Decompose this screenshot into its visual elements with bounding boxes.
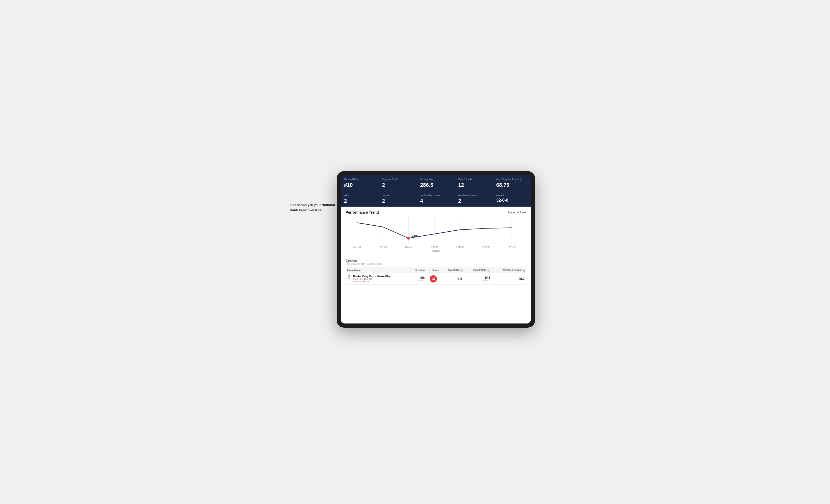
stat-record-value: 32-8-0 bbox=[496, 198, 528, 203]
stat-regional-rank-value: 2 bbox=[382, 182, 414, 188]
events-title: Events bbox=[346, 259, 526, 263]
event-name: Buster Cozy Cup - Stroke Play bbox=[353, 275, 391, 278]
scene: This shows you your National Rank trend … bbox=[290, 171, 540, 333]
svg-text:DEC 23: DEC 23 bbox=[405, 245, 413, 248]
stats-divider bbox=[341, 191, 531, 191]
col-score: Score bbox=[426, 267, 441, 273]
svg-text:#10: #10 bbox=[412, 235, 417, 238]
stat-record: Record 32-8-0 bbox=[493, 192, 531, 207]
stat-scoring-avg-value: 286.5 bbox=[420, 182, 452, 188]
annotation-text-after: trend over time bbox=[298, 208, 322, 212]
chart-svg: #10 OCT 23 NOV 23 DEC 23 JAN 24 FEB 24 M… bbox=[346, 217, 526, 248]
stat-match-play: Match Play Events 2 bbox=[455, 192, 493, 207]
event-weighted-points: 28.3 bbox=[519, 277, 524, 281]
event-total-points-rounds: 3 Rounds bbox=[466, 279, 490, 281]
col-position: Position bbox=[409, 267, 426, 273]
rank-impact-chevron-icon: ▼ bbox=[368, 280, 370, 282]
event-position: 6th bbox=[411, 276, 425, 279]
stat-wins: Wins 2 bbox=[341, 192, 379, 207]
svg-text:NOV 23: NOV 23 bbox=[379, 245, 387, 248]
event-sg-cell: 0.45 bbox=[441, 273, 464, 284]
stat-avg-weighted: Avg. Weighted Points i 68.75 bbox=[493, 175, 531, 191]
stats-grid: National Rank #10 Regional Rank 2 Scorin… bbox=[341, 175, 531, 207]
stat-national-rank-value: #10 bbox=[344, 182, 376, 188]
event-rank-impact: Rank Impact: 3 ▼ bbox=[353, 280, 391, 282]
performance-trend-title: Performance Trend bbox=[346, 210, 379, 214]
stat-wins-value: 2 bbox=[344, 198, 376, 204]
stat-regional-rank: Regional Rank 2 bbox=[379, 175, 417, 191]
total-points-info-icon: i bbox=[487, 269, 490, 272]
stat-record-label: Record bbox=[496, 194, 528, 197]
events-table: Event Name Position Score Event SG i Tot… bbox=[346, 267, 526, 284]
col-event-sg: Event SG i bbox=[441, 267, 464, 273]
chart-x-label: Months bbox=[346, 249, 526, 252]
event-total-points: 28.3 bbox=[466, 276, 490, 279]
performance-trend-meta: National Rank bbox=[508, 211, 526, 214]
event-date: Oct 9 - Oct 10, 2023 bbox=[353, 278, 391, 280]
stat-match-play-label: Match Play Events bbox=[458, 194, 490, 197]
event-score-cell: -22 bbox=[426, 273, 441, 284]
tablet: National Rank #10 Regional Rank 2 Scorin… bbox=[337, 171, 535, 328]
svg-text:OCT 23: OCT 23 bbox=[353, 245, 361, 248]
main-content: Performance Trend National Rank bbox=[341, 207, 531, 324]
stat-wins-label: Wins bbox=[344, 194, 376, 197]
event-sg-info-icon: i bbox=[460, 269, 462, 272]
stat-stroke-play-label: Stroke Play Events bbox=[420, 194, 452, 197]
stat-top3s-label: Top 3s bbox=[382, 194, 414, 197]
weighted-points-info-icon: i bbox=[522, 269, 524, 272]
avg-weighted-info-icon: i bbox=[520, 178, 522, 181]
event-position-cell: 6th out of 7 bbox=[409, 273, 426, 284]
event-icon: 🏌 bbox=[347, 275, 352, 279]
svg-text:JAN 24: JAN 24 bbox=[430, 245, 438, 248]
event-position-sub: out of 7 bbox=[411, 279, 425, 281]
stat-regional-rank-label: Regional Rank bbox=[382, 178, 414, 181]
stat-match-play-value: 2 bbox=[458, 198, 490, 204]
stat-national-rank: National Rank #10 bbox=[341, 175, 379, 191]
event-name-cell: 🏌 Buster Cozy Cup - Stroke Play Oct 9 - … bbox=[346, 273, 409, 284]
score-badge: -22 bbox=[429, 275, 437, 282]
stat-total-rounds: Total Rounds 12 bbox=[455, 175, 493, 191]
annotation-text-before: This shows you your bbox=[290, 203, 322, 207]
stat-stroke-play: Stroke Play Events 4 bbox=[417, 192, 455, 207]
annotation: This shows you your National Rank trend … bbox=[290, 202, 342, 212]
svg-text:FEB 24: FEB 24 bbox=[456, 245, 464, 248]
col-event-name: Event Name bbox=[346, 267, 409, 273]
stat-total-rounds-label: Total Rounds bbox=[458, 178, 490, 181]
performance-trend-header: Performance Trend National Rank bbox=[346, 210, 526, 214]
svg-text:MAR 24: MAR 24 bbox=[482, 245, 490, 248]
stat-top3s: Top 3s 2 bbox=[379, 192, 417, 207]
svg-point-8 bbox=[407, 237, 410, 240]
col-total-points: Total Points i bbox=[464, 267, 492, 273]
stat-avg-weighted-value: 68.75 bbox=[496, 182, 528, 188]
stat-avg-weighted-label: Avg. Weighted Points i bbox=[496, 178, 528, 181]
stat-scoring-avg-label: Scoring Avg. bbox=[420, 178, 452, 181]
events-section: Events Last updated: 24th November 2023 … bbox=[346, 256, 526, 284]
stat-stroke-play-value: 4 bbox=[420, 198, 452, 204]
stat-scoring-avg: Scoring Avg. 286.5 bbox=[417, 175, 455, 191]
events-updated: Last updated: 24th November 2023 bbox=[346, 263, 526, 265]
event-total-points-cell: 28.3 3 Rounds bbox=[464, 273, 492, 284]
stat-top3s-value: 2 bbox=[382, 198, 414, 204]
col-weighted-points: Weighted Points i bbox=[492, 267, 526, 273]
tablet-screen: National Rank #10 Regional Rank 2 Scorin… bbox=[341, 175, 531, 324]
event-row-0[interactable]: 🏌 Buster Cozy Cup - Stroke Play Oct 9 - … bbox=[346, 273, 526, 284]
stat-total-rounds-value: 12 bbox=[458, 182, 490, 188]
performance-chart: #10 OCT 23 NOV 23 DEC 23 JAN 24 FEB 24 M… bbox=[346, 217, 526, 248]
stat-national-rank-label: National Rank bbox=[344, 178, 376, 181]
svg-text:APR 24: APR 24 bbox=[508, 245, 516, 248]
events-table-header-row: Event Name Position Score Event SG i Tot… bbox=[346, 267, 526, 273]
event-sg-value: 0.45 bbox=[457, 277, 462, 280]
event-weighted-points-cell: 28.3 bbox=[492, 273, 526, 284]
